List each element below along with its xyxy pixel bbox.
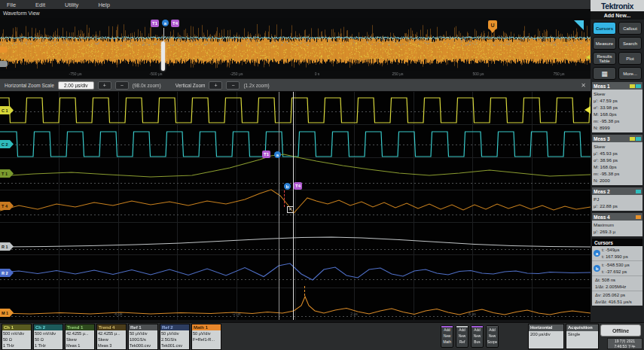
ch1-badge-title: Ch 1 bbox=[2, 324, 31, 330]
callout-button[interactable]: Callout bbox=[618, 22, 642, 35]
overview-time-label: -250 µs bbox=[230, 72, 243, 76]
meas2-header[interactable]: Meas 2 bbox=[592, 187, 642, 195]
v-zoom-in-button[interactable]: + bbox=[209, 81, 222, 90]
badge-line: 42.4255 µ... bbox=[66, 330, 93, 336]
delta-v: Δv: 205.062 ps bbox=[595, 292, 632, 299]
meas2-panel[interactable]: Meas 2 PJ µ': 22.88 ps bbox=[592, 187, 642, 211]
meas3-source-chips bbox=[630, 137, 641, 141]
overview-zoom-icon[interactable] bbox=[574, 20, 584, 30]
overview-cursor-handle[interactable] bbox=[161, 41, 165, 71]
meas-line: m: -95.38 ps bbox=[594, 170, 641, 177]
zoom-close-icon[interactable]: ✕ bbox=[581, 82, 586, 89]
add-new-ref-button[interactable]: Add New Ref bbox=[456, 325, 469, 348]
main-waveform-canvas[interactable] bbox=[0, 92, 591, 320]
button-line: Add bbox=[456, 327, 468, 333]
menu-utility[interactable]: Utility bbox=[65, 2, 78, 8]
cursors-button[interactable]: Cursors bbox=[593, 22, 616, 35]
add-new-bus-button[interactable]: Add New Bus bbox=[471, 325, 484, 348]
overview-time-label: 250 µs bbox=[392, 72, 403, 76]
v-zoom-out-button[interactable]: − bbox=[226, 81, 240, 90]
trigger-position-icon[interactable]: U bbox=[488, 20, 497, 29]
meas-line: M: 168.0ps bbox=[594, 111, 641, 117]
h-zoom-in-button[interactable]: + bbox=[98, 81, 111, 90]
button-line: Math bbox=[441, 339, 453, 345]
ref2-badge[interactable]: Ref 2 50 µV/div 2.5GS/s Tek001.csv bbox=[160, 324, 190, 350]
cursor-b-crosshair-icon[interactable]: ✕ bbox=[287, 206, 294, 213]
main-time-label: 6 µs bbox=[469, 312, 476, 316]
h-zoom-out-button[interactable]: − bbox=[115, 81, 129, 90]
cursors-results-panel[interactable]: Cursors a t: -549µs t: 167.990 ps b t: -… bbox=[592, 239, 642, 306]
meas-line: µ': 22.88 ps bbox=[594, 202, 641, 209]
overview-cursor-a-circle[interactable]: a bbox=[162, 20, 169, 26]
meas1-source-chips bbox=[630, 84, 641, 88]
meas4-header[interactable]: Meas 4 bbox=[592, 213, 642, 221]
menu-help[interactable]: Help bbox=[98, 2, 109, 8]
meas4-source-chips bbox=[636, 215, 641, 219]
overview-waveform-canvas[interactable] bbox=[0, 18, 591, 71]
badge-line: 1 THz bbox=[35, 342, 62, 348]
cursor-b-icon: b bbox=[594, 265, 600, 272]
badge-line: 100GS/s bbox=[130, 336, 157, 342]
acquisition-panel[interactable]: Acquisition Single bbox=[566, 324, 599, 349]
overview-cursor-a-badge[interactable]: T1 bbox=[151, 20, 159, 27]
ch2-badge[interactable]: Ch 2 500 mV/div 50 Ω 1 THz bbox=[33, 324, 63, 350]
add-new-math-button[interactable]: Add New Math bbox=[441, 325, 453, 348]
cursor-b-circle[interactable]: b bbox=[284, 183, 291, 190]
overview-ch1-handle[interactable] bbox=[0, 47, 8, 53]
h-zoom-scale-input[interactable] bbox=[58, 81, 94, 90]
overview-cursor-b-badge[interactable]: T4 bbox=[171, 20, 179, 27]
trigger-level-arrow-icon[interactable] bbox=[584, 106, 591, 114]
source-chip bbox=[636, 190, 641, 193]
tekscope-app: File Edit Utility Help Waveform View T1 … bbox=[0, 0, 644, 350]
main-time-label: -6 µs bbox=[114, 312, 122, 316]
ref1-badge[interactable]: Ref 1 50 µV/div 100GS/s Tek000.csv bbox=[128, 324, 158, 350]
overview-time-label: 500 µs bbox=[472, 72, 484, 76]
meas4-panel[interactable]: Meas 4 Maximum µ': 269.3 µ bbox=[592, 213, 642, 236]
meas-line: µ': 45.93 ps bbox=[594, 150, 641, 157]
search-button[interactable]: Search bbox=[618, 37, 642, 50]
meas3-panel[interactable]: Meas 3 Skew µ': 45.93 ps σ': 38.96 ps M:… bbox=[592, 135, 642, 185]
badge-line: 50 µV/div bbox=[161, 330, 188, 336]
trend4-badge[interactable]: Trend 4 42.4255 µ... Skew Meas 3 bbox=[96, 324, 127, 350]
meas1-header[interactable]: Meas 1 bbox=[592, 82, 642, 90]
main-waveform-view: C 1 C 2 T 1 T 4 R 1 R 2 M 1 T1 a b T4 ✕ … bbox=[0, 92, 591, 320]
cursor-delta-v-values: Δv: 205.062 ps Δv/Δt: 416.51 µs/s bbox=[595, 292, 632, 305]
cursor-b-source-badge[interactable]: T4 bbox=[294, 182, 302, 190]
badge-line: Skew bbox=[66, 336, 93, 342]
add-new-scope-button[interactable]: Add New Scope bbox=[486, 325, 499, 348]
plot-button[interactable]: Plot bbox=[618, 52, 642, 65]
source-chip bbox=[636, 137, 641, 141]
menu-edit[interactable]: Edit bbox=[35, 2, 45, 8]
cursor-a-circle[interactable]: a bbox=[274, 151, 281, 158]
cursor-a-source-badge[interactable]: T1 bbox=[262, 151, 270, 158]
add-new-header: Add New... bbox=[591, 11, 644, 20]
math1-badge[interactable]: Math 1 50 µV/div F=Ref1-R... bbox=[191, 324, 221, 350]
overview-ref-handle[interactable] bbox=[0, 61, 8, 67]
measure-button[interactable]: Measure bbox=[593, 37, 616, 50]
button-line: New bbox=[456, 333, 468, 339]
ch1-badge[interactable]: Ch 1 500 mV/div 50 Ω 1 THz bbox=[2, 324, 32, 350]
badge-line: Skew bbox=[98, 336, 125, 342]
more-button[interactable]: More... bbox=[618, 67, 642, 80]
zoom-toolbar: Horizontal Zoom Scale + − (98.0x zoom) V… bbox=[0, 79, 591, 92]
menu-file[interactable]: File bbox=[7, 2, 16, 8]
add-new-button-grid: Cursors Callout Measure Search Results T… bbox=[591, 20, 644, 82]
overview-time-label: -750 µs bbox=[69, 72, 82, 76]
meas1-panel[interactable]: Meas 1 Skew µ': 47.59 ps σ': 33.98 ps M:… bbox=[592, 82, 642, 132]
grid-icon-button[interactable]: ▦ bbox=[593, 67, 616, 80]
button-line: New bbox=[441, 333, 453, 339]
results-table-button[interactable]: Results Table bbox=[593, 52, 616, 65]
trend1-badge[interactable]: Trend 1 42.4255 µ... Skew Meas 1 bbox=[65, 324, 95, 350]
button-line: Add bbox=[472, 327, 483, 333]
overview-title: Waveform View bbox=[3, 11, 40, 16]
meas-line: N: 8999 bbox=[594, 124, 641, 131]
cursor-delta-t-row: Δt: 508 ns 1/Δt: 2.005MHz bbox=[592, 276, 642, 291]
horizontal-panel[interactable]: Horizontal 200 µs/div bbox=[528, 324, 564, 349]
meas-line: µ': 47.59 ps bbox=[594, 97, 641, 104]
offline-button[interactable]: Offline bbox=[600, 324, 641, 336]
trend1-badge-body: 42.4255 µ... Skew Meas 1 bbox=[66, 330, 94, 349]
trend4-badge-body: 42.4255 µ... Skew Meas 3 bbox=[97, 330, 126, 349]
button-line: Bus bbox=[472, 339, 483, 345]
meas3-header[interactable]: Meas 3 bbox=[592, 135, 642, 142]
meas-line: PJ bbox=[594, 196, 641, 202]
